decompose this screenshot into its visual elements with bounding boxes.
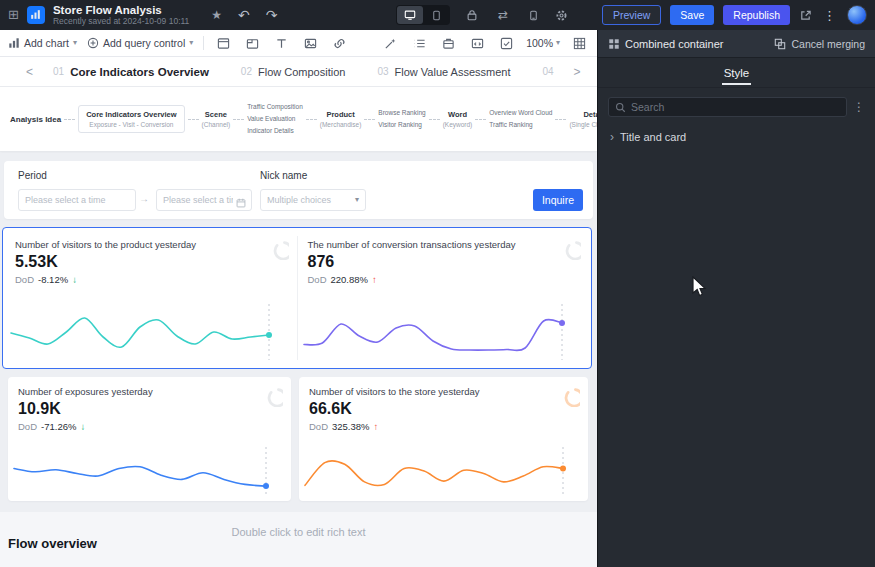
dod-value: -8.12% [38, 274, 68, 285]
panel-title: Combined container [625, 38, 723, 50]
flow-list-item: Browse Ranking [378, 107, 425, 119]
embed-icon[interactable] [468, 35, 487, 52]
calendar-icon [236, 194, 246, 212]
todo-check-icon[interactable] [497, 35, 516, 52]
tab-label: Flow Composition [258, 66, 345, 78]
dod-label: DoD [15, 274, 34, 285]
text-icon[interactable] [272, 35, 291, 52]
decoration-swirl-icon [559, 238, 581, 260]
tab-core-indicators[interactable]: 01 Core Indicators Overview [53, 66, 209, 78]
theme-wand-icon[interactable] [381, 35, 400, 52]
tabs-next-icon[interactable]: > [570, 65, 585, 79]
lock-icon[interactable] [466, 9, 478, 21]
decoration-swirl-icon [558, 385, 580, 407]
flow-connector [555, 119, 566, 120]
link-icon[interactable] [330, 35, 349, 52]
flow-root-label: Analysis Idea [10, 115, 61, 124]
divider [203, 36, 204, 50]
open-external-icon[interactable] [799, 9, 812, 22]
flow-list-item: Value Evaluation [247, 113, 303, 125]
flow-node-subtitle: Exposure - Visit - Conversion [86, 121, 176, 128]
search-input[interactable] [631, 101, 840, 113]
nickname-select[interactable]: Multiple choices ▾ [260, 189, 366, 211]
media-icon[interactable] [301, 35, 320, 52]
kpi-card-visitors-product[interactable]: Number of visitors to the product yester… [5, 230, 297, 366]
search-options-icon[interactable]: ⋮ [853, 100, 865, 114]
rich-text-widget[interactable]: Double click to edit rich text Flow over… [0, 512, 597, 567]
analysis-flow-widget[interactable]: Analysis Idea Core Indicators Overview E… [0, 87, 597, 151]
tab-container-icon[interactable] [243, 35, 262, 52]
tab-flow-value-assessment[interactable]: 03 Flow Value Assessment [377, 66, 510, 78]
page-title: Store Flow Analysis [53, 4, 189, 17]
add-chart-button[interactable]: Add chart ▾ [8, 37, 77, 49]
redo-icon[interactable]: ↷ [262, 6, 282, 24]
device-toggle[interactable] [396, 5, 450, 25]
top-bar: ⊞ Store Flow Analysis Recently saved at … [0, 0, 875, 30]
list-icon[interactable] [410, 35, 429, 52]
zoom-value: 100% [526, 37, 553, 49]
flow-node-title: Scene [202, 110, 231, 119]
dod-direction-icon: ↓ [80, 421, 85, 432]
kpi-value: 5.53K [5, 250, 297, 271]
kpi-card-visitors-store[interactable]: Number of visitors to the store yesterda… [299, 377, 588, 501]
kpi-value: 876 [298, 250, 590, 271]
more-menu-icon[interactable]: ⋮ [821, 8, 838, 23]
cancel-merging-button[interactable]: Cancel merging [774, 38, 865, 50]
sparkline-chart [303, 445, 579, 497]
tabs-prev-icon[interactable]: < [22, 65, 37, 79]
kpi-card-conversion-transactions[interactable]: The number of conversion transactions ye… [298, 230, 590, 366]
decoration-swirl-icon [267, 238, 289, 260]
add-query-control-button[interactable]: Add query control ▾ [87, 37, 193, 49]
style-panel: Combined container Cancel merging Style … [597, 30, 875, 567]
apps-grid-icon[interactable]: ⊞ [8, 8, 19, 21]
preview-button[interactable]: Preview [602, 5, 661, 25]
mobile-config-icon[interactable] [528, 10, 539, 21]
collaborate-swap-icon[interactable]: ⇄ [494, 7, 512, 23]
page-tabstrip: < 01 Core Indicators Overview 02 Flow Co… [0, 57, 597, 87]
sparkline-chart [302, 302, 578, 362]
settings-gear-icon[interactable] [555, 9, 568, 22]
flow-overview-heading: Flow overview [8, 536, 97, 551]
republish-button[interactable]: Republish [723, 5, 790, 25]
dod-value: -71.26% [41, 421, 76, 432]
flow-list-word: Overview Word Cloud Traffic Ranking [489, 107, 552, 130]
period-start-input[interactable] [18, 189, 136, 211]
desktop-view-button[interactable] [397, 6, 423, 24]
combined-container-selected[interactable]: Number of visitors to the product yester… [2, 227, 592, 369]
dod-label: DoD [309, 421, 328, 432]
tab-style[interactable]: Style [722, 61, 752, 85]
flow-node-product: Product (Merchandise) [320, 110, 362, 128]
section-title-and-card[interactable]: › Title and card [598, 123, 875, 151]
grid-layout-icon[interactable] [570, 35, 589, 52]
tab-number: 03 [377, 66, 388, 77]
tab-label: Core Indicators Overview [70, 66, 209, 78]
container-layout-icon[interactable] [214, 35, 233, 52]
style-search-box[interactable] [608, 97, 847, 117]
flow-node-word: Word (Keyword) [443, 110, 473, 128]
plus-circle-icon [87, 37, 99, 49]
resource-package-icon[interactable] [439, 35, 458, 52]
kpi-card-exposures[interactable]: Number of exposures yesterday 10.9K DoD … [8, 377, 291, 501]
flow-node-scene: Scene (Channel) [202, 110, 231, 128]
query-control-widget[interactable]: Period Nick name → Multiple choices ▾ In… [4, 161, 593, 219]
undo-icon[interactable]: ↶ [234, 6, 254, 24]
section-label: Title and card [620, 131, 686, 143]
dashboard-canvas[interactable]: < 01 Core Indicators Overview 02 Flow Co… [0, 57, 597, 567]
chevron-down-icon: ▾ [189, 39, 193, 47]
bar-chart-icon [8, 37, 20, 49]
zoom-select[interactable]: 100% ▾ [526, 37, 560, 49]
user-avatar[interactable] [847, 5, 867, 25]
tab-number: 04 [542, 66, 553, 77]
flow-connector [64, 119, 75, 120]
tab-04[interactable]: 04 [542, 66, 553, 77]
chevron-right-icon: › [610, 131, 614, 143]
saved-status: Recently saved at 2024-10-09 10:11 [53, 17, 189, 26]
save-button[interactable]: Save [670, 5, 714, 25]
flow-node-subtitle: (Channel) [202, 121, 231, 128]
kpi-title: The number of conversion transactions ye… [298, 230, 590, 250]
dod-value: 325.38% [332, 421, 370, 432]
mobile-view-button[interactable] [423, 6, 449, 24]
tab-flow-composition[interactable]: 02 Flow Composition [241, 66, 346, 78]
inquire-button[interactable]: Inquire [533, 189, 583, 211]
favorite-star-icon[interactable]: ★ [207, 7, 226, 23]
